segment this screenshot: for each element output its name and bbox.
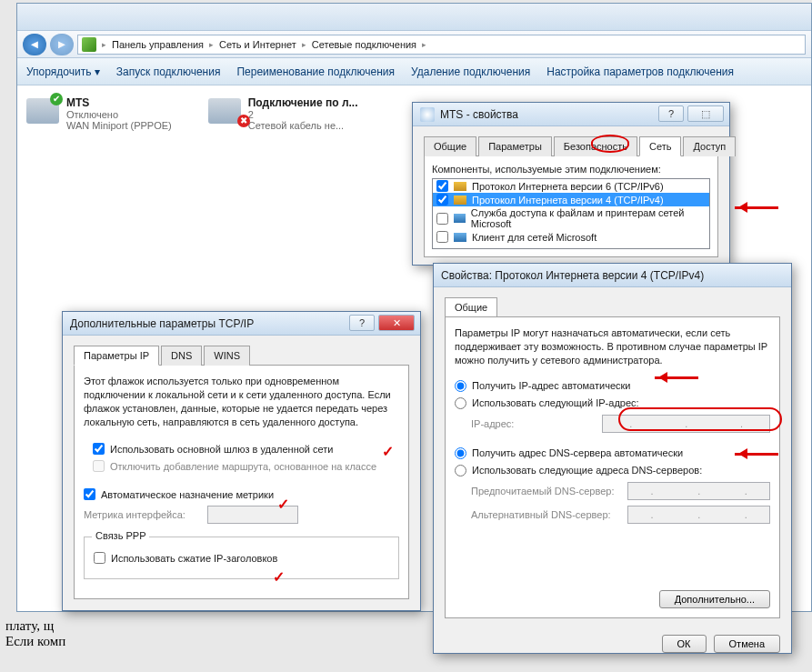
tab-security[interactable]: Безопасность [554, 136, 637, 156]
list-item-client[interactable]: Клиент для сетей Microsoft [433, 230, 709, 244]
tab-dns[interactable]: DNS [161, 346, 202, 366]
address-bar: ◄ ► ▸ Панель управления ▸ Сеть и Интерне… [17, 31, 811, 58]
connection-text: Подключение по л... 2 Сетевой кабель не.… [248, 96, 358, 131]
chevron-right-icon: ▸ [209, 40, 214, 49]
dialog-titlebar[interactable]: Дополнительные параметры TCP/IP ? ✕ [63, 312, 420, 336]
checkbox-compress[interactable] [94, 552, 105, 564]
protocol-icon [454, 182, 466, 191]
radio-auto-ip[interactable] [455, 380, 466, 392]
connection-text: MTS Отключено WAN Miniport (PPPOE) [66, 96, 172, 131]
cmd-settings[interactable]: Настройка параметров подключения [546, 65, 734, 78]
chevron-right-icon: ▸ [102, 40, 106, 49]
item-label: Служба доступа к файлам и принтерам сете… [471, 207, 706, 229]
ipv4-intro: Параметры IP могут назначаться автоматич… [455, 326, 770, 367]
connection-icon [26, 98, 59, 124]
connection-status: Сетевой кабель не... [248, 120, 358, 131]
tab-net[interactable]: Сеть [639, 136, 681, 156]
dialog-title: Свойства: Протокол Интернета версии 4 (T… [441, 269, 704, 282]
connection-name: MTS [66, 96, 89, 109]
ipv4-tabs: Общие [445, 296, 780, 317]
cancel-button[interactable]: Отмена [714, 635, 780, 653]
label-dns1: Предпочитаемый DNS-сервер: [471, 486, 622, 496]
input-ip-address: ... [602, 415, 770, 433]
checkbox-ipv6[interactable] [436, 180, 448, 192]
label-auto-ip: Получить IP-адрес автоматически [472, 380, 630, 391]
item-label: Протокол Интернета версии 4 (TCP/IPv4) [472, 195, 664, 206]
list-item-ipv6[interactable]: Протокол Интернета версии 6 (TCP/IPv6) [433, 179, 709, 193]
cmd-rename[interactable]: Переименование подключения [236, 65, 395, 78]
connection-device: WAN Miniport (PPPOE) [66, 120, 172, 131]
label-ip-address: IP-адрес: [471, 418, 596, 429]
item-label: Протокол Интернета версии 6 (TCP/IPv6) [472, 181, 664, 192]
list-item-ipv4[interactable]: Протокол Интернета версии 4 (TCP/IPv4) [433, 193, 709, 206]
checkbox-route [93, 460, 105, 472]
checkbox-metric-auto[interactable] [84, 488, 95, 500]
close-button[interactable]: ✕ [378, 315, 415, 331]
checkbox-ipv4[interactable] [436, 194, 448, 206]
chevron-right-icon: ▸ [302, 40, 306, 49]
cmd-organize[interactable]: Упорядочить ▾ [26, 65, 100, 78]
connection-status: Отключено [66, 109, 172, 120]
help-button[interactable]: ? [349, 315, 375, 331]
advanced-button[interactable]: Дополнительно... [659, 590, 770, 608]
tab-general[interactable]: Общие [445, 297, 497, 317]
tab-access[interactable]: Доступ [683, 136, 736, 156]
radio-manual-ip[interactable] [455, 397, 466, 409]
radio-auto-dns[interactable] [455, 447, 466, 459]
input-dns1: ... [627, 482, 770, 500]
label-metric: Метрика интерфейса: [84, 509, 202, 520]
command-bar: Упорядочить ▾ Запуск подключения Переиме… [17, 58, 811, 85]
explorer-titlebar [17, 4, 811, 31]
checkbox-gateway[interactable] [93, 443, 105, 455]
cmd-start[interactable]: Запуск подключения [116, 65, 221, 78]
bg-text: плату, щ [5, 618, 65, 634]
breadcrumb-item[interactable]: Панель управления [112, 39, 204, 50]
cpl-icon [82, 37, 96, 52]
mts-tabs: Общие Параметры Безопасность Сеть Доступ [424, 135, 718, 156]
cmd-delete[interactable]: Удаление подключения [411, 65, 530, 78]
checkbox-fileshare[interactable] [436, 213, 448, 225]
label-compress: Использовать сжатие IP-заголовков [111, 553, 277, 564]
input-dns2: ... [627, 506, 770, 524]
ok-button[interactable]: ОК [662, 635, 707, 653]
breadcrumb-item[interactable]: Сеть и Интернет [219, 39, 296, 50]
radio-manual-dns[interactable] [455, 465, 466, 476]
connection-lan[interactable]: Подключение по л... 2 Сетевой кабель не.… [208, 96, 358, 131]
components-label: Компоненты, используемые этим подключени… [432, 164, 710, 175]
breadcrumb[interactable]: ▸ Панель управления ▸ Сеть и Интернет ▸ … [77, 35, 806, 55]
breadcrumb-item[interactable]: Сетевые подключения [312, 39, 416, 50]
tab-wins[interactable]: WINS [204, 346, 250, 366]
adv-intro: Этот флажок используется только при одно… [84, 375, 399, 428]
label-gateway: Использовать основной шлюз в удаленной с… [110, 444, 334, 455]
label-metric-auto: Автоматическое назначение метрики [101, 489, 274, 500]
nav-fwd-button[interactable]: ► [50, 34, 74, 55]
protocol-icon [454, 196, 466, 205]
nav-back-button[interactable]: ◄ [23, 34, 46, 55]
connection-icon [208, 98, 241, 124]
tab-params[interactable]: Параметры [478, 136, 552, 156]
dialog-titlebar[interactable]: MTS - свойства ? ⬚ [413, 103, 729, 126]
components-list[interactable]: Протокол Интернета версии 6 (TCP/IPv6) П… [432, 178, 710, 249]
tab-general[interactable]: Общие [424, 136, 476, 156]
connection-line2: 2 [248, 109, 358, 120]
label-route: Отключить добавление маршрута, основанно… [110, 461, 376, 472]
adv-tabs: Параметры IP DNS WINS [74, 345, 409, 366]
label-dns2: Альтернативный DNS-сервер: [471, 509, 622, 520]
service-icon [454, 214, 466, 223]
connection-mts[interactable]: MTS Отключено WAN Miniport (PPPOE) [26, 96, 172, 131]
ipv4-properties-dialog: Свойства: Протокол Интернета версии 4 (T… [433, 263, 792, 654]
connection-name: Подключение по л... [248, 96, 358, 109]
list-item-fileshare[interactable]: Служба доступа к файлам и принтерам сете… [433, 206, 709, 230]
dialog-titlebar[interactable]: Свойства: Протокол Интернета версии 4 (T… [434, 264, 791, 287]
checkbox-client[interactable] [436, 231, 448, 243]
help-button[interactable]: ? [658, 105, 684, 122]
dialog-title: MTS - свойства [440, 108, 518, 121]
label-auto-dns: Получить адрес DNS-сервера автоматически [472, 447, 683, 458]
group-ppp-title: Связь PPP [92, 530, 149, 541]
label-manual-ip: Использовать следующий IP-адрес: [472, 397, 639, 408]
tab-ip-params[interactable]: Параметры IP [74, 346, 159, 366]
dialog-icon [420, 107, 435, 122]
close-button[interactable]: ⬚ [687, 105, 724, 122]
item-label: Клиент для сетей Microsoft [472, 232, 596, 243]
dialog-button-row: ОК Отмена [434, 627, 791, 660]
